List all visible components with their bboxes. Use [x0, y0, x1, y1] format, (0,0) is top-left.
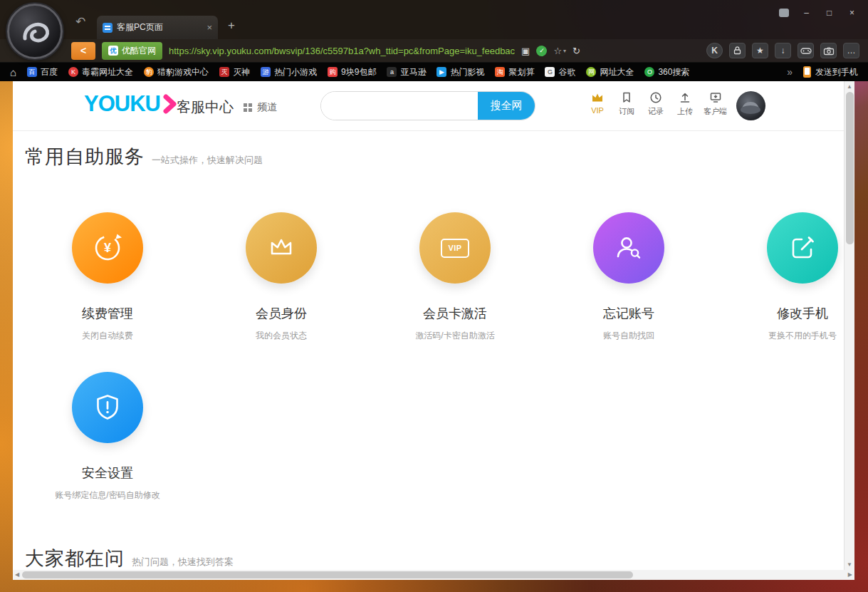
star-outline-glyph: ☆ [553, 46, 562, 56]
nav-vip-label: VIP [591, 106, 604, 115]
nav-upload-label: 上传 [677, 106, 693, 117]
minimize-button[interactable]: – [798, 6, 815, 19]
service-change-phone[interactable]: 修改手机 更换不用的手机号 [716, 212, 844, 342]
undo-arrow-icon[interactable]: ↶ [75, 14, 85, 29]
skin-icon [779, 9, 789, 17]
dragon-logo-icon [14, 10, 56, 53]
services-section-title: 常用自助服务 [25, 144, 145, 170]
service-desc: 激活码/卡密自助激活 [415, 330, 494, 342]
scroll-left-icon[interactable]: ◀ [15, 571, 19, 578]
bookmark-google[interactable]: G 谷歌 [545, 66, 575, 78]
scroll-up-icon[interactable]: ▲ [845, 83, 854, 90]
search-bar: 搜全网 [320, 91, 535, 120]
service-desc: 账号绑定信息/密码自助修改 [55, 489, 160, 502]
nav-history[interactable]: 记录 [645, 91, 666, 117]
nav-subscriptions[interactable]: 订阅 [616, 91, 637, 117]
game-center-icon[interactable] [798, 43, 814, 58]
scroll-right-icon[interactable]: ▶ [848, 571, 852, 578]
favorite-star-icon[interactable]: ☆ ▾ [553, 46, 566, 56]
bookmark-duba[interactable]: K 毒霸网址大全 [68, 66, 133, 78]
bookmark-games[interactable]: 游 热门小游戏 [261, 66, 317, 78]
avatar-car-image [736, 91, 765, 120]
horizontal-scrollbar-thumb[interactable] [22, 571, 633, 578]
browser-logo[interactable] [7, 4, 63, 59]
scroll-down-icon[interactable]: ▼ [845, 561, 854, 568]
chevron-down-icon: ▾ [563, 48, 566, 54]
channel-button[interactable]: 频道 [244, 101, 277, 114]
search-input[interactable] [321, 92, 478, 120]
shield-icon [72, 372, 143, 443]
refresh-icon[interactable]: ↻ [572, 46, 580, 56]
skin-button[interactable] [775, 6, 793, 19]
faq-section-header: 大家都在问 热门问题，快速找到答案 [25, 546, 234, 570]
safety-check-icon[interactable]: ✓ [536, 46, 547, 56]
service-renew-management[interactable]: ¥ 续费管理 关闭自动续费 [21, 212, 194, 342]
bookmark-juhuasuan[interactable]: 淘 聚划算 [495, 66, 534, 78]
nav-upload[interactable]: 上传 [674, 91, 696, 117]
bookmarks-overflow-icon[interactable]: » [787, 66, 793, 78]
service-security-settings[interactable]: 安全设置 账号绑定信息/密码自助修改 [21, 372, 194, 502]
bookmark-label: 网址大全 [600, 66, 634, 78]
vertical-scrollbar-thumb[interactable] [846, 92, 854, 244]
edit-icon [767, 212, 838, 284]
bookmark-favicon: ▶ [436, 67, 446, 77]
download-icon[interactable]: ↓ [775, 43, 791, 58]
bookmark-9kuai9[interactable]: 购 9块9包邮 [328, 66, 376, 78]
bookmark-amazon[interactable]: a 亚马逊 [387, 66, 426, 78]
site-name-chip[interactable]: 优 优酷官网 [102, 42, 162, 60]
bookmark-liebao[interactable]: 豹 猎豹游戏中心 [144, 66, 209, 78]
service-title: 续费管理 [82, 305, 133, 322]
tab-close-icon[interactable]: × [206, 22, 212, 33]
nav-client[interactable]: 客户端 [704, 91, 727, 117]
bookmark-star-icon[interactable]: ★ [752, 43, 768, 58]
user-avatar[interactable] [736, 91, 765, 120]
search-button[interactable]: 搜全网 [478, 92, 535, 120]
bookmark-favicon: 淘 [495, 67, 505, 77]
new-tab-button[interactable]: + [228, 19, 235, 33]
vip-crown-icon [590, 91, 605, 104]
bookmark-favicon: O [644, 67, 654, 77]
clock-icon [649, 91, 662, 104]
bookmark-baidu[interactable]: 百 百度 [27, 66, 58, 78]
youku-play-arrow-icon [163, 93, 177, 115]
close-button[interactable]: × [843, 6, 861, 19]
service-member-status[interactable]: 会员身份 我的会员状态 [194, 212, 368, 342]
screenshot-icon[interactable] [820, 43, 837, 58]
renew-yuan-icon: ¥ [72, 212, 143, 284]
nav-vip[interactable]: VIP [587, 91, 608, 117]
menu-more-icon[interactable]: … [843, 43, 859, 58]
youku-logo[interactable]: YOUKU [84, 91, 177, 117]
service-desc: 我的会员状态 [256, 330, 307, 342]
lock-icon[interactable] [729, 43, 746, 58]
client-monitor-icon [709, 91, 722, 104]
nav-history-label: 记录 [648, 106, 664, 117]
browser-window: 客服PC页面 × + – □ × ↶ < 优 优酷官网 https://sky.… [0, 0, 868, 592]
service-desc: 关闭自动续费 [82, 330, 133, 342]
bookmark-favicon: 百 [27, 67, 37, 77]
page-title: 客服中心 [177, 98, 234, 117]
youku-logo-text: YOUKU [84, 91, 160, 117]
browser-tab[interactable]: 客服PC页面 × [97, 16, 218, 39]
bookmark-movies[interactable]: ▶ 热门影视 [436, 66, 484, 78]
maximize-button[interactable]: □ [820, 6, 838, 19]
horizontal-scrollbar[interactable]: ◀ ▶ [13, 570, 854, 580]
service-forgot-account[interactable]: 忘记账号 账号自助找回 [542, 212, 716, 342]
url-text[interactable]: https://sky.vip.youku.com/bwsvip/136/c55… [169, 46, 515, 56]
bookmark-label: 聚划算 [508, 66, 534, 78]
vip-card-icon: VIP [419, 212, 491, 284]
bookmark-360search[interactable]: O 360搜索 [644, 66, 689, 78]
back-button[interactable]: < [71, 42, 95, 60]
bookmark-favicon: G [545, 67, 555, 77]
vip-card-text: VIP [441, 239, 469, 258]
youku-favicon: 优 [108, 46, 118, 56]
vertical-scrollbar[interactable]: ▲ ▼ [844, 81, 854, 570]
bookmark-label: 百度 [41, 66, 58, 78]
service-card-activation[interactable]: VIP 会员卡激活 激活码/卡密自助激活 [368, 212, 542, 342]
send-to-phone-button[interactable]: 发送到手机 [803, 66, 858, 78]
home-icon[interactable]: ⌂ [10, 66, 16, 78]
kingsoft-badge-icon[interactable]: K [706, 43, 723, 58]
bookmark-label: 猎豹游戏中心 [157, 66, 209, 78]
extension-icon[interactable]: ▣ [521, 46, 530, 56]
bookmark-mieshen[interactable]: 灭 灭神 [219, 66, 250, 78]
bookmark-wangzhi[interactable]: 网 网址大全 [586, 66, 634, 78]
